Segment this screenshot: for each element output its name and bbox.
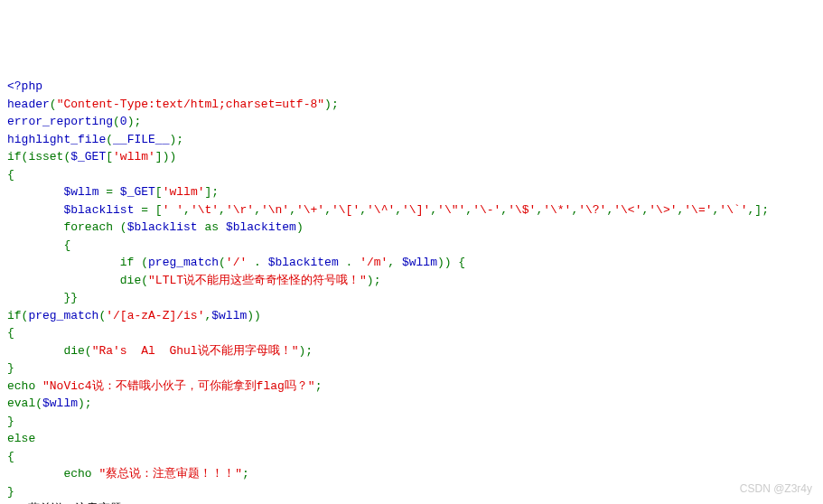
code-token: '\`' bbox=[719, 203, 747, 217]
code-line: if (preg_match('/' . $blackitem . '/m', … bbox=[7, 254, 816, 272]
code-token: '\<' bbox=[613, 203, 641, 217]
code-token: highlight_file bbox=[7, 133, 106, 146]
code-token: die( bbox=[7, 344, 92, 358]
code-token: . bbox=[346, 256, 360, 269]
code-token: header bbox=[7, 98, 50, 111]
code-token: $wllm bbox=[402, 256, 437, 269]
code-token: "LTLT说不能用这些奇奇怪怪的符号哦！" bbox=[148, 274, 367, 287]
code-line: highlight_file(__FILE__); bbox=[7, 131, 816, 149]
code-token: echo bbox=[7, 379, 42, 393]
code-token: '/[a-zA-Z]/is' bbox=[106, 309, 204, 322]
code-token: ])) bbox=[155, 150, 176, 163]
code-token: ) bbox=[296, 220, 304, 234]
code-token: eval( bbox=[7, 397, 42, 410]
code-token: ); bbox=[324, 98, 339, 111]
code-token: $wllm bbox=[63, 185, 106, 199]
code-token: '\>' bbox=[649, 203, 677, 217]
php-source-code: <?phpheader("Content-Type:text/html;char… bbox=[7, 78, 816, 504]
code-line: $blacklist = [' ','\t','\r','\n','\+','\… bbox=[7, 201, 816, 219]
code-token: '/' bbox=[226, 256, 254, 269]
code-token: '\r' bbox=[226, 203, 254, 217]
code-token: { bbox=[7, 450, 14, 463]
code-token: "Ra's Al Ghul说不能用字母哦！" bbox=[92, 344, 299, 358]
code-token: $wllm bbox=[42, 397, 78, 410]
code-token: , bbox=[465, 203, 472, 217]
code-token: ); bbox=[169, 133, 183, 146]
code-token: "蔡总说：注意审题！！！" bbox=[98, 467, 242, 481]
code-token: { bbox=[7, 238, 70, 252]
code-token: die( bbox=[7, 274, 148, 287]
code-line: $wllm = $_GET['wllm']; bbox=[7, 183, 816, 201]
code-token: '\=' bbox=[684, 203, 712, 217]
code-token: [ bbox=[155, 185, 163, 199]
code-token: , bbox=[289, 203, 296, 217]
code-token: { bbox=[7, 326, 14, 340]
code-token bbox=[7, 203, 63, 217]
code-line: } bbox=[7, 359, 816, 378]
code-token: ; bbox=[315, 379, 323, 393]
code-token: ( bbox=[106, 133, 113, 146]
code-token: , bbox=[395, 203, 402, 217]
code-token: $_GET bbox=[70, 150, 106, 163]
code-token: ); bbox=[127, 115, 142, 128]
code-token: 0 bbox=[120, 115, 127, 128]
code-line: die("Ra's Al Ghul说不能用字母哦！"); bbox=[7, 342, 816, 360]
code-token: . bbox=[254, 256, 268, 269]
code-token: , bbox=[219, 203, 226, 217]
code-token: if(isset( bbox=[7, 150, 70, 163]
code-line: else bbox=[7, 430, 816, 448]
code-line: if(preg_match('/[a-zA-Z]/is',$wllm)) bbox=[7, 307, 816, 325]
code-token: 'wllm' bbox=[163, 185, 205, 199]
code-token: $blacklist bbox=[127, 220, 205, 234]
code-token: if ( bbox=[7, 256, 148, 269]
code-token: error_reporting bbox=[7, 115, 113, 128]
code-token: '\+' bbox=[296, 203, 324, 217]
code-line: die("LTLT说不能用这些奇奇怪怪的符号哦！"); bbox=[7, 272, 816, 290]
code-token: as bbox=[204, 220, 225, 234]
code-token: $blackitem bbox=[226, 220, 296, 234]
code-token: ' ' bbox=[163, 203, 183, 217]
code-line: ?> 蔡总说：注意审题！！！ bbox=[7, 500, 816, 504]
code-line: { bbox=[7, 166, 816, 184]
code-token: '\n' bbox=[261, 203, 289, 217]
code-token: , bbox=[183, 203, 191, 217]
code-token: , bbox=[430, 203, 437, 217]
code-token: ]; bbox=[204, 185, 219, 199]
code-line: echo "蔡总说：注意审题！！！"; bbox=[7, 465, 816, 483]
code-line: { bbox=[7, 324, 816, 342]
code-token: ); bbox=[298, 344, 313, 358]
code-token: [ bbox=[106, 150, 113, 163]
code-token: '\[' bbox=[332, 203, 360, 217]
code-token bbox=[7, 185, 63, 199]
code-token: } bbox=[7, 361, 14, 375]
code-token: '\t' bbox=[191, 203, 219, 217]
code-token: , bbox=[254, 203, 261, 217]
code-token: { bbox=[7, 168, 14, 182]
watermark: CSDN @Z3r4y bbox=[740, 481, 812, 497]
code-token: , bbox=[360, 203, 367, 217]
code-token: preg_match bbox=[28, 309, 98, 322]
code-token: '\"' bbox=[437, 203, 465, 217]
code-line: eval($wllm); bbox=[7, 395, 816, 413]
code-token: , bbox=[324, 203, 332, 217]
code-token: = bbox=[106, 185, 120, 199]
code-token: __FILE__ bbox=[113, 133, 169, 146]
code-token: '/m' bbox=[360, 256, 388, 269]
code-token bbox=[7, 220, 63, 234]
code-line: { bbox=[7, 237, 816, 255]
code-token: ; bbox=[242, 467, 249, 481]
code-token: else bbox=[7, 432, 35, 445]
code-token: = [ bbox=[141, 203, 162, 217]
code-token: '\?' bbox=[578, 203, 606, 217]
code-token: $wllm bbox=[211, 309, 247, 322]
code-token: foreach ( bbox=[63, 220, 126, 234]
code-token: ); bbox=[367, 274, 381, 287]
code-token: '\]' bbox=[402, 203, 430, 217]
code-line: <?php bbox=[7, 78, 816, 96]
code-token: $blacklist bbox=[63, 203, 141, 217]
code-line: } bbox=[7, 483, 816, 501]
code-line: { bbox=[7, 448, 816, 466]
code-line: if(isset($_GET['wllm'])) bbox=[7, 148, 816, 166]
code-token: $_GET bbox=[120, 185, 155, 199]
code-token: echo bbox=[7, 467, 98, 481]
